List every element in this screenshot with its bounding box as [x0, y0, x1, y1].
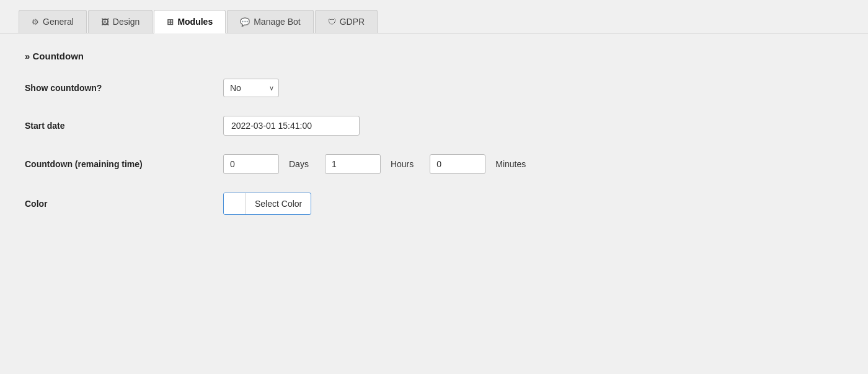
color-select-label: Select Color: [246, 195, 311, 212]
tabs-bar: ⚙ General 🖼 Design ⊞ Modules 💬 Manage Bo…: [0, 0, 868, 33]
tab-modules[interactable]: ⊞ Modules: [154, 10, 226, 33]
hours-unit-label: Hours: [391, 159, 414, 169]
design-icon: 🖼: [101, 17, 109, 27]
tab-general[interactable]: ⚙ General: [19, 10, 87, 33]
tab-manage-bot[interactable]: 💬 Manage Bot: [227, 10, 314, 33]
minutes-input[interactable]: [430, 154, 485, 174]
manage-bot-icon: 💬: [240, 17, 250, 27]
start-date-control: [223, 116, 360, 136]
countdown-label: Countdown (remaining time): [25, 159, 223, 169]
modules-icon: ⊞: [167, 17, 174, 27]
show-countdown-select[interactable]: No Yes: [223, 79, 279, 97]
start-date-input[interactable]: [223, 116, 360, 136]
color-row: Color Select Color: [25, 193, 843, 215]
days-unit-label: Days: [289, 159, 309, 169]
color-control: Select Color: [223, 193, 311, 215]
color-swatch: [224, 193, 246, 214]
page-container: ⚙ General 🖼 Design ⊞ Modules 💬 Manage Bo…: [0, 0, 868, 374]
tab-gdpr-label: GDPR: [340, 17, 365, 27]
tab-manage-bot-label: Manage Bot: [254, 17, 301, 27]
content-area: » Countdown Show countdown? No Yes Start…: [0, 33, 868, 251]
tab-gdpr[interactable]: 🛡 GDPR: [315, 10, 378, 33]
start-date-row: Start date: [25, 116, 843, 136]
show-countdown-select-wrapper: No Yes: [223, 79, 279, 97]
gdpr-icon: 🛡: [328, 17, 336, 27]
general-icon: ⚙: [32, 17, 39, 27]
minutes-unit-label: Minutes: [495, 159, 526, 169]
tab-general-label: General: [43, 17, 74, 27]
countdown-row: Countdown (remaining time) Days Hours Mi…: [25, 154, 843, 174]
start-date-label: Start date: [25, 121, 223, 131]
show-countdown-control: No Yes: [223, 79, 279, 97]
tab-modules-label: Modules: [177, 17, 213, 27]
color-picker-button[interactable]: Select Color: [223, 193, 311, 215]
tab-design-label: Design: [113, 17, 140, 27]
countdown-control: Days Hours Minutes: [223, 154, 536, 174]
color-label: Color: [25, 199, 223, 209]
hours-input[interactable]: [325, 154, 381, 174]
section-title: » Countdown: [25, 51, 843, 61]
tab-design[interactable]: 🖼 Design: [88, 10, 153, 33]
show-countdown-label: Show countdown?: [25, 83, 223, 93]
show-countdown-row: Show countdown? No Yes: [25, 79, 843, 97]
days-input[interactable]: [223, 154, 279, 174]
